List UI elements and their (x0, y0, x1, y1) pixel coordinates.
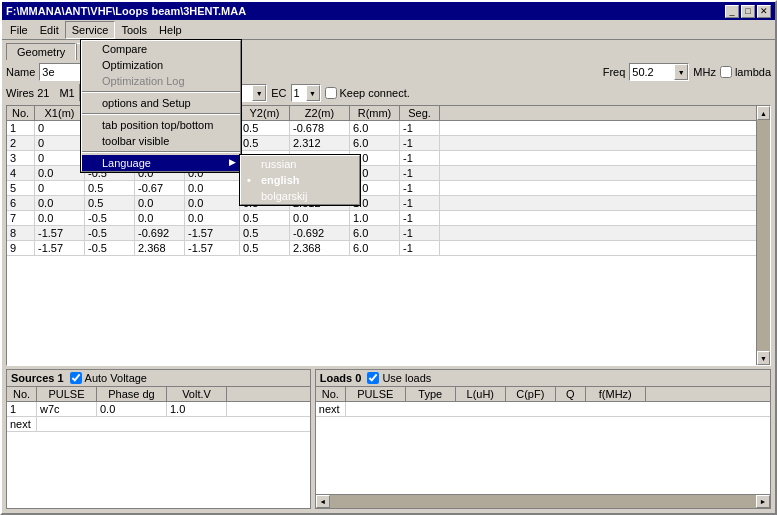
service-dropdown: Compare Optimization Optimization Log op… (81, 40, 241, 172)
wires-cell-0-8: -1 (400, 121, 440, 135)
service-toolbar-visible[interactable]: toolbar visible (82, 133, 240, 149)
wires-cell-3-8: -1 (400, 166, 440, 180)
loads-next-row[interactable]: next (316, 402, 770, 417)
sc-arrow[interactable]: ▼ (252, 85, 266, 101)
loads-next-cell[interactable]: next (316, 402, 346, 416)
scroll-right-btn[interactable]: ► (756, 495, 770, 508)
ec-arrow[interactable]: ▼ (306, 85, 320, 101)
table-row[interactable]: 500.5-0.670.00.50.01.0-1 (7, 181, 770, 196)
freq-select[interactable]: 50.2 ▼ (629, 63, 689, 81)
wires-cell-0-1: 0 (35, 121, 85, 135)
sources-col-header-2: Phase dg (97, 387, 167, 401)
wires-cell-8-2: -0.5 (85, 241, 135, 255)
wires-cell-6-4: 0.0 (185, 211, 240, 225)
lambda-label: lambda (735, 66, 771, 78)
service-language[interactable]: Language russian english bolgarskij (82, 155, 240, 171)
table-row[interactable]: 70.0-0.50.00.00.50.01.0-1 (7, 211, 770, 226)
loads-h-scroll[interactable]: ◄ ► (316, 494, 770, 508)
wires-cell-7-5: 0.5 (240, 226, 290, 240)
wires-cell-8-3: 2.368 (135, 241, 185, 255)
wires-cell-4-1: 0 (35, 181, 85, 195)
scroll-down-btn[interactable]: ▼ (757, 351, 770, 365)
loads-col-header-6: f(MHz) (586, 387, 646, 401)
menu-help[interactable]: Help (153, 22, 188, 38)
service-options-setup[interactable]: options and Setup (82, 95, 240, 111)
h-scroll-track[interactable] (330, 495, 756, 508)
auto-voltage-checkbox[interactable] (70, 372, 82, 384)
language-submenu: russian english bolgarskij (240, 155, 360, 205)
wires-cell-0-7: 6.0 (350, 121, 400, 135)
keep-connect-label: Keep connect. (340, 87, 410, 99)
menu-file[interactable]: File (4, 22, 34, 38)
menu-edit[interactable]: Edit (34, 22, 65, 38)
wires-cell-1-6: 2.312 (290, 136, 350, 150)
ec-select[interactable]: 1 ▼ (291, 84, 321, 102)
wires-cell-4-4: 0.0 (185, 181, 240, 195)
sources-next-row[interactable]: next (7, 417, 310, 432)
wires-cell-7-6: -0.692 (290, 226, 350, 240)
freq-label: Freq (603, 66, 626, 78)
wires-cell-5-4: 0.0 (185, 196, 240, 210)
service-compare[interactable]: Compare (82, 41, 240, 57)
sources-next-cell[interactable]: next (7, 417, 37, 431)
main-window: F:\MMANA\ANT\VHF\Loops beam\3HENT.MAA _ … (0, 0, 777, 515)
sources-table-header: No.PULSEPhase dgVolt.V (7, 387, 310, 402)
wires-cell-8-1: -1.57 (35, 241, 85, 255)
wires-cell-8-4: -1.57 (185, 241, 240, 255)
freq-arrow[interactable]: ▼ (674, 64, 688, 80)
sources-col-header-0: No. (7, 387, 37, 401)
table-row[interactable]: 60.00.50.00.00.52.3121.0-1 (7, 196, 770, 211)
window-controls: _ □ ✕ (725, 5, 771, 18)
wires-cell-6-0: 7 (7, 211, 35, 225)
lang-bolgarskij[interactable]: bolgarskij (241, 188, 359, 204)
separator-1 (82, 91, 240, 93)
wires-cell-6-5: 0.5 (240, 211, 290, 225)
sources-cell-0-3: 1.0 (167, 402, 227, 416)
wires-cell-1-5: 0.5 (240, 136, 290, 150)
maximize-button[interactable]: □ (741, 5, 755, 18)
scroll-track[interactable] (757, 120, 770, 351)
use-loads-checkbox[interactable] (367, 372, 379, 384)
tab-geometry[interactable]: Geometry (6, 43, 76, 60)
wires-cell-1-0: 2 (7, 136, 35, 150)
sources-panel: Sources 1 Auto Voltage No.PULSEPhase dgV… (6, 369, 311, 509)
table-row[interactable]: 1w7c0.01.0 (7, 402, 310, 417)
wires-cell-7-7: 6.0 (350, 226, 400, 240)
service-tab-position[interactable]: tab position top/bottom (82, 117, 240, 133)
close-button[interactable]: ✕ (757, 5, 771, 18)
lang-english[interactable]: english (241, 172, 359, 188)
service-optimization-log: Optimization Log (82, 73, 240, 89)
minimize-button[interactable]: _ (725, 5, 739, 18)
wires-scrollbar-v[interactable]: ▲ ▼ (756, 106, 770, 365)
wires-col-header-1: X1(m) (35, 106, 85, 120)
table-row[interactable]: 9-1.57-0.52.368-1.570.52.3686.0-1 (7, 241, 770, 256)
wires-cell-8-6: 2.368 (290, 241, 350, 255)
wires-col-header-0: No. (7, 106, 35, 120)
keep-connect-container: Keep connect. (325, 87, 410, 99)
wires-cell-5-3: 0.0 (135, 196, 185, 210)
wires-col-header-5: Y2(m) (240, 106, 290, 120)
sources-col-header-1: PULSE (37, 387, 97, 401)
table-row[interactable]: 8-1.57-0.5-0.692-1.570.5-0.6926.0-1 (7, 226, 770, 241)
loads-col-header-5: Q (556, 387, 586, 401)
menu-service[interactable]: Service (65, 21, 116, 39)
scroll-up-btn[interactable]: ▲ (757, 106, 770, 120)
wires-cell-2-8: -1 (400, 151, 440, 165)
lambda-checkbox-container: lambda (720, 66, 771, 78)
keep-connect-checkbox[interactable] (325, 87, 337, 99)
wires-col-header-6: Z2(m) (290, 106, 350, 120)
sources-table-body: 1w7c0.01.0 (7, 402, 310, 417)
use-loads-label: Use loads (382, 372, 431, 384)
ec-label: EC (271, 87, 286, 99)
wires-cell-5-8: -1 (400, 196, 440, 210)
service-optimization[interactable]: Optimization (82, 57, 240, 73)
menu-tools[interactable]: Tools (115, 22, 153, 38)
loads-col-header-0: No. (316, 387, 346, 401)
loads-panel: Loads 0 Use loads No.PULSETypeL(uH)C(pF)… (315, 369, 771, 509)
wires-col-header-7: R(mm) (350, 106, 400, 120)
loads-table-area: No.PULSETypeL(uH)C(pF)Qf(MHz) next ◄ ► (316, 387, 770, 508)
scroll-left-btn[interactable]: ◄ (316, 495, 330, 508)
lambda-checkbox[interactable] (720, 66, 732, 78)
wires-cell-6-6: 0.0 (290, 211, 350, 225)
lang-russian[interactable]: russian (241, 156, 359, 172)
